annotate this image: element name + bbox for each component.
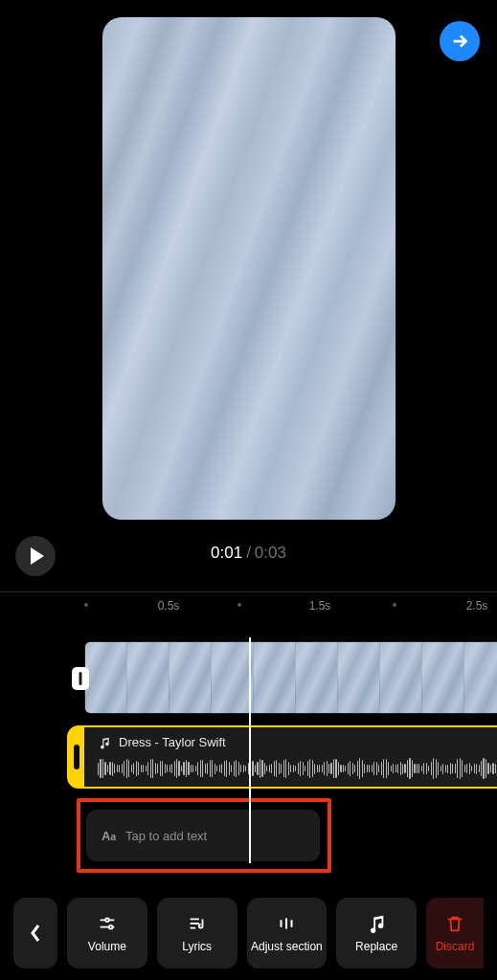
- time-row: 0:01/0:03: [0, 536, 497, 580]
- music-icon: [366, 913, 387, 934]
- audio-title: Dress - Taylor Swift: [119, 735, 226, 749]
- chevron-left-icon: [30, 924, 41, 943]
- video-thumb: [464, 642, 497, 713]
- video-thumb-strip[interactable]: [84, 641, 497, 714]
- back-button[interactable]: [13, 898, 57, 969]
- adjust-section-icon: [276, 913, 297, 934]
- text-track[interactable]: Aa Tap to add text: [86, 810, 320, 861]
- ruler-dot: [84, 603, 88, 607]
- svg-point-0: [105, 919, 109, 923]
- timeline-playhead[interactable]: [249, 637, 251, 863]
- time-current: 0:01: [211, 544, 242, 562]
- trash-icon: [444, 913, 465, 934]
- arrow-right-icon: [449, 31, 470, 52]
- svg-point-1: [109, 925, 113, 929]
- clip-trim-handle[interactable]: [72, 667, 89, 690]
- replace-button[interactable]: Replace: [336, 898, 417, 969]
- video-thumb: [127, 642, 169, 713]
- audio-track[interactable]: Dress - Taylor Swift: [67, 725, 497, 789]
- video-thumb: [380, 642, 422, 713]
- video-thumb: [212, 642, 254, 713]
- timeline-divider: [0, 591, 497, 592]
- audio-waveform: [98, 756, 497, 781]
- video-thumb: [296, 642, 338, 713]
- adjust-button[interactable]: Adjust section: [247, 898, 328, 969]
- sliders-icon: [97, 913, 118, 934]
- discard-label: Discard: [436, 940, 475, 953]
- music-note-icon: [98, 736, 111, 749]
- audio-track-inner: Dress - Taylor Swift: [84, 727, 497, 787]
- video-thumb: [169, 642, 212, 713]
- preview-area: [0, 0, 497, 536]
- video-thumb: [85, 642, 127, 713]
- video-preview[interactable]: [102, 17, 395, 520]
- volume-label: Volume: [88, 940, 126, 953]
- video-thumb: [338, 642, 380, 713]
- ruler-tick: 1.5s: [309, 599, 331, 612]
- lyrics-label: Lyrics: [182, 940, 212, 953]
- ruler-tick: 2.5s: [466, 599, 488, 612]
- timeline-ruler: 0.5s1.5s2.5s: [0, 599, 497, 626]
- video-thumb: [254, 642, 296, 713]
- text-aa-icon: Aa: [102, 829, 116, 843]
- ruler-dot: [393, 603, 396, 607]
- text-placeholder: Tap to add text: [125, 829, 207, 843]
- volume-button[interactable]: Volume: [67, 898, 147, 969]
- time-total: 0:03: [255, 544, 286, 562]
- ruler-dot: [237, 603, 241, 607]
- next-button[interactable]: [440, 21, 480, 61]
- adjust-label: Adjust section: [251, 940, 323, 953]
- video-thumb: [422, 642, 464, 713]
- audio-trim-handle[interactable]: [74, 745, 79, 769]
- replace-label: Replace: [355, 940, 397, 953]
- bottom-toolbar: Volume Lyrics Adjust section Replace Dis…: [0, 886, 497, 980]
- discard-button[interactable]: Discard: [426, 898, 484, 969]
- time-display: 0:01/0:03: [0, 544, 497, 563]
- lyrics-icon: [187, 913, 208, 934]
- ruler-tick: 0.5s: [158, 599, 180, 612]
- lyrics-button[interactable]: Lyrics: [157, 898, 237, 969]
